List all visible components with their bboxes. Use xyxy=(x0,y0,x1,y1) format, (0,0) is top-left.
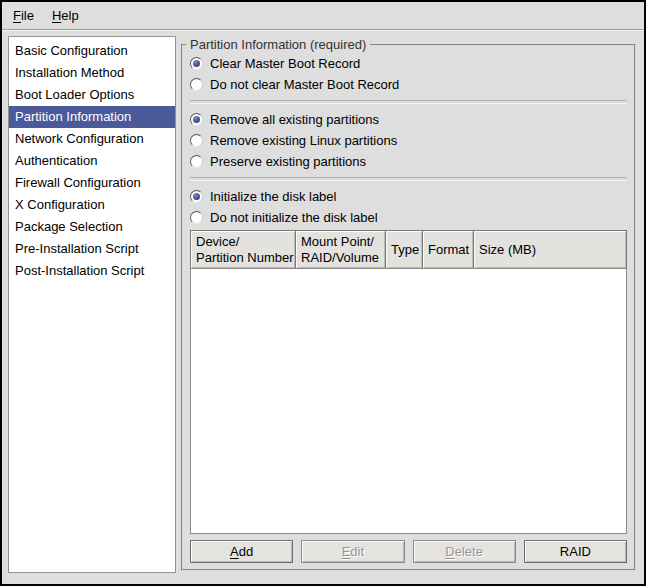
add-button[interactable]: Add xyxy=(190,540,293,563)
sidebar-item-post-installation-script[interactable]: Post-Installation Script xyxy=(9,260,175,282)
menu-help[interactable]: Help xyxy=(43,4,88,27)
sidebar-item-firewall-configuration[interactable]: Firewall Configuration xyxy=(9,172,175,194)
partition-list-area[interactable] xyxy=(190,268,627,534)
radio-row-clear-mbr[interactable]: Clear Master Boot Record xyxy=(190,53,627,74)
radio-preserve-partitions-icon[interactable] xyxy=(190,155,203,168)
radio-initialize-disk-label-label[interactable]: Initialize the disk label xyxy=(210,189,336,204)
column-header-line: Partition Number xyxy=(196,250,290,266)
column-header-line: Type xyxy=(391,242,417,258)
frame-title: Partition Information (required) xyxy=(186,37,370,52)
radio-no-initialize-disk-label-label[interactable]: Do not initialize the disk label xyxy=(210,210,378,225)
radio-row-initialize-disk-label[interactable]: Initialize the disk label xyxy=(190,186,627,207)
column-header-format[interactable]: Format xyxy=(422,230,474,269)
radio-remove-linux-partitions-icon[interactable] xyxy=(190,134,203,147)
radio-remove-linux-partitions-label[interactable]: Remove existing Linux partitions xyxy=(210,133,397,148)
partition-information-frame: Partition Information (required) Clear M… xyxy=(181,44,636,571)
radio-row-preserve-partitions[interactable]: Preserve existing partitions xyxy=(190,151,627,172)
sidebar-item-basic-configuration[interactable]: Basic Configuration xyxy=(9,40,175,62)
sidebar-item-authentication[interactable]: Authentication xyxy=(9,150,175,172)
button-row: Add Edit Delete RAID xyxy=(190,540,627,563)
column-header-device-partition-number[interactable]: Device/ Partition Number xyxy=(190,230,296,269)
menubar: File Help xyxy=(2,2,644,29)
radio-row-remove-linux-partitions[interactable]: Remove existing Linux partitions xyxy=(190,130,627,151)
kickstart-configurator-window: File Help Basic Configuration Installati… xyxy=(0,0,646,586)
separator xyxy=(190,100,627,104)
delete-button-label: elete xyxy=(455,544,483,559)
radio-preserve-partitions-label[interactable]: Preserve existing partitions xyxy=(210,154,366,169)
sidebar-item-installation-method[interactable]: Installation Method xyxy=(9,62,175,84)
delete-button-mnemonic: D xyxy=(445,544,454,559)
delete-button[interactable]: Delete xyxy=(413,540,516,563)
column-header-line: Size (MB) xyxy=(479,242,621,258)
sidebar-item-network-configuration[interactable]: Network Configuration xyxy=(9,128,175,150)
radio-no-initialize-disk-label-icon[interactable] xyxy=(190,211,203,224)
sidebar-item-package-selection[interactable]: Package Selection xyxy=(9,216,175,238)
radio-row-no-clear-mbr[interactable]: Do not clear Master Boot Record xyxy=(190,74,627,95)
frame-content: Clear Master Boot Record Do not clear Ma… xyxy=(183,46,634,569)
sidebar-item-x-configuration[interactable]: X Configuration xyxy=(9,194,175,216)
menu-file-label: ile xyxy=(21,8,34,23)
menubar-separator xyxy=(2,29,644,31)
column-header-mount-point-raid-volume[interactable]: Mount Point/ RAID/Volume xyxy=(295,230,386,269)
column-header-type[interactable]: Type xyxy=(385,230,423,269)
add-button-mnemonic: A xyxy=(230,544,239,559)
menu-help-label: elp xyxy=(61,8,78,23)
category-list: Basic Configuration Installation Method … xyxy=(8,36,176,573)
raid-button[interactable]: RAID xyxy=(524,540,627,563)
partition-table: Device/ Partition Number Mount Point/ RA… xyxy=(190,230,627,534)
radio-row-remove-all-partitions[interactable]: Remove all existing partitions xyxy=(190,109,627,130)
menu-file[interactable]: File xyxy=(4,4,43,27)
separator xyxy=(190,177,627,181)
partition-table-header: Device/ Partition Number Mount Point/ RA… xyxy=(190,230,627,269)
sidebar-item-boot-loader-options[interactable]: Boot Loader Options xyxy=(9,84,175,106)
column-header-line: Mount Point/ xyxy=(301,234,380,250)
radio-no-clear-mbr-icon[interactable] xyxy=(190,78,203,91)
add-button-label: dd xyxy=(239,544,253,559)
edit-button[interactable]: Edit xyxy=(301,540,404,563)
sidebar-item-partition-information[interactable]: Partition Information xyxy=(9,106,175,128)
column-header-size-mb[interactable]: Size (MB) xyxy=(473,230,627,269)
column-header-line: Format xyxy=(428,242,468,258)
column-header-line: Device/ xyxy=(196,234,290,250)
radio-clear-mbr-label[interactable]: Clear Master Boot Record xyxy=(210,56,360,71)
radio-clear-mbr-icon[interactable] xyxy=(190,57,203,70)
radio-initialize-disk-label-icon[interactable] xyxy=(190,190,203,203)
menu-help-mnemonic: H xyxy=(52,8,61,23)
radio-remove-all-partitions-icon[interactable] xyxy=(190,113,203,126)
menu-file-mnemonic: F xyxy=(13,8,21,23)
edit-button-label: dit xyxy=(350,544,364,559)
radio-no-clear-mbr-label[interactable]: Do not clear Master Boot Record xyxy=(210,77,399,92)
radio-remove-all-partitions-label[interactable]: Remove all existing partitions xyxy=(210,112,379,127)
column-header-line: RAID/Volume xyxy=(301,250,380,266)
raid-button-label: RAID xyxy=(560,544,591,559)
radio-row-no-initialize-disk-label[interactable]: Do not initialize the disk label xyxy=(190,207,627,228)
sidebar-item-pre-installation-script[interactable]: Pre-Installation Script xyxy=(9,238,175,260)
